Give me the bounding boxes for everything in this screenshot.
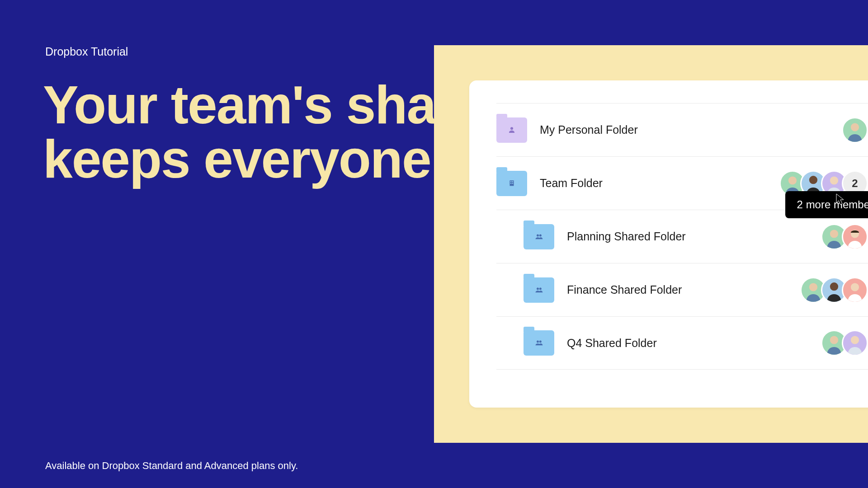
folder-label: My Personal Folder bbox=[540, 123, 842, 136]
folder-icon-shared bbox=[524, 224, 554, 249]
svg-point-19 bbox=[537, 341, 539, 343]
building-icon bbox=[508, 179, 516, 189]
folder-icon-personal bbox=[496, 117, 527, 143]
eyebrow-label: Dropbox Tutorial bbox=[45, 45, 128, 58]
folder-row-finance[interactable]: Finance Shared Folder bbox=[496, 263, 868, 316]
svg-point-8 bbox=[809, 176, 817, 184]
member-avatars bbox=[821, 330, 868, 356]
member-avatars bbox=[842, 117, 868, 143]
folder-row-planning[interactable]: Planning Shared Folder 2 more members bbox=[496, 210, 868, 263]
svg-point-11 bbox=[539, 234, 542, 236]
avatar bbox=[842, 224, 868, 250]
illustration-frame: My Personal Folder Team Folder 2 bbox=[434, 45, 868, 443]
svg-point-22 bbox=[851, 336, 859, 344]
folder-label: Team Folder bbox=[540, 177, 779, 190]
svg-rect-4 bbox=[512, 181, 513, 182]
svg-rect-5 bbox=[510, 183, 511, 183]
avatar bbox=[842, 117, 868, 143]
svg-point-20 bbox=[539, 341, 542, 343]
svg-point-15 bbox=[539, 287, 542, 290]
svg-rect-3 bbox=[510, 181, 511, 182]
svg-point-9 bbox=[830, 176, 838, 184]
people-icon bbox=[534, 232, 543, 243]
footnote: Available on Dropbox Standard and Advanc… bbox=[45, 460, 298, 472]
svg-point-21 bbox=[830, 336, 838, 344]
folder-icon-shared bbox=[524, 277, 554, 303]
folder-icon-team bbox=[496, 171, 527, 196]
svg-point-0 bbox=[510, 127, 513, 130]
svg-point-7 bbox=[788, 176, 797, 184]
folder-row-personal[interactable]: My Personal Folder bbox=[496, 103, 868, 156]
svg-point-1 bbox=[851, 123, 859, 131]
avatar bbox=[842, 277, 868, 303]
member-avatars bbox=[821, 224, 868, 250]
svg-point-12 bbox=[830, 230, 838, 238]
svg-rect-6 bbox=[512, 183, 513, 183]
folder-label: Finance Shared Folder bbox=[567, 283, 800, 296]
folder-row-q4[interactable]: Q4 Shared Folder bbox=[496, 316, 868, 370]
file-list-panel: My Personal Folder Team Folder 2 bbox=[469, 80, 868, 408]
svg-point-17 bbox=[830, 282, 838, 291]
svg-rect-2 bbox=[510, 180, 514, 186]
svg-point-14 bbox=[537, 287, 539, 290]
svg-point-10 bbox=[537, 234, 539, 236]
svg-point-16 bbox=[809, 283, 817, 291]
person-icon bbox=[508, 126, 516, 136]
avatar bbox=[842, 330, 868, 356]
cursor-icon bbox=[836, 193, 845, 206]
members-tooltip: 2 more members bbox=[785, 191, 868, 218]
folder-icon-shared bbox=[524, 330, 554, 356]
folder-label: Q4 Shared Folder bbox=[567, 337, 821, 350]
svg-point-18 bbox=[851, 283, 859, 291]
people-icon bbox=[534, 285, 543, 296]
people-icon bbox=[534, 338, 543, 350]
member-avatars bbox=[800, 277, 868, 303]
folder-label: Planning Shared Folder bbox=[567, 230, 821, 243]
